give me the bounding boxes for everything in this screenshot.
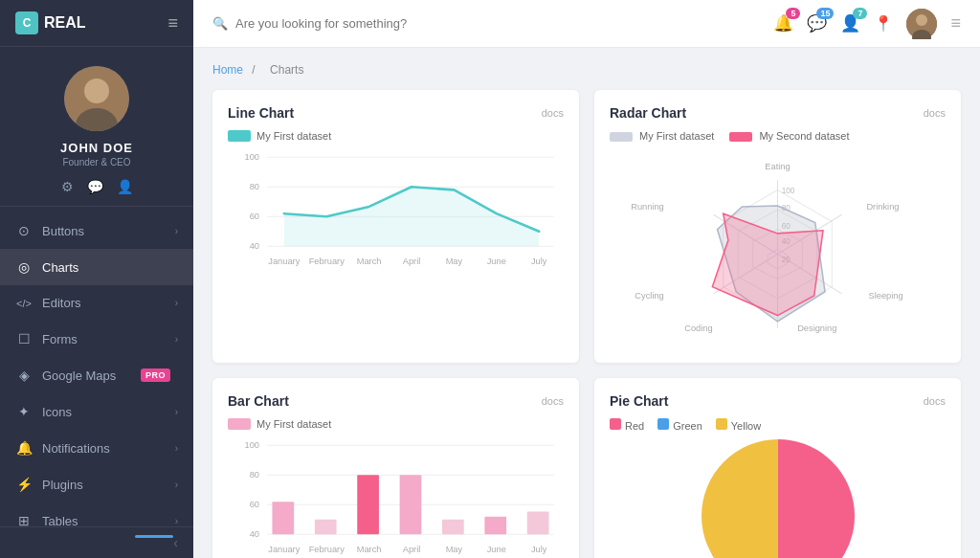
sidebar-item-plugins[interactable]: ⚡ Plugins › bbox=[0, 466, 193, 502]
pie-chart-legend: Red Green Yellow bbox=[610, 418, 946, 432]
sidebar-item-charts[interactable]: ◎ Charts bbox=[0, 249, 193, 285]
chevron-right-icon: › bbox=[175, 226, 178, 236]
search-input[interactable] bbox=[235, 16, 427, 31]
sidebar-label-charts: Charts bbox=[42, 260, 178, 275]
message-icon[interactable]: 💬 bbox=[87, 179, 103, 194]
bar-legend-label: My First dataset bbox=[256, 418, 331, 430]
chevron-right-icon: › bbox=[175, 516, 178, 526]
topbar-menu-icon[interactable]: ≡ bbox=[950, 13, 961, 33]
line-chart-card: Line Chart docs My First dataset 100 80 bbox=[212, 90, 579, 363]
chat-button[interactable]: 💬15 bbox=[807, 13, 827, 33]
svg-text:40: 40 bbox=[250, 241, 259, 251]
sidebar-item-icons[interactable]: ✦ Icons › bbox=[0, 393, 193, 430]
sidebar-item-editors[interactable]: </> Editors › bbox=[0, 285, 193, 321]
pie-chart-title: Pie Chart bbox=[610, 393, 668, 409]
bar-chart-header: Bar Chart docs bbox=[228, 393, 564, 409]
sidebar-logo[interactable]: C REAL bbox=[15, 11, 86, 34]
svg-text:Eating: Eating bbox=[765, 162, 790, 171]
plugins-icon: ⚡ bbox=[15, 477, 33, 492]
logo-icon: C bbox=[15, 11, 38, 34]
radar-legend-second: My Second dataset bbox=[729, 130, 849, 142]
bar-chart-docs[interactable]: docs bbox=[542, 395, 564, 407]
forms-icon: ☐ bbox=[15, 331, 33, 346]
bar-chart-legend: My First dataset bbox=[228, 418, 564, 430]
svg-text:January: January bbox=[268, 544, 300, 553]
svg-text:Sleeping: Sleeping bbox=[868, 291, 902, 301]
svg-text:February: February bbox=[309, 544, 345, 553]
chevron-right-icon: › bbox=[175, 443, 178, 454]
charts-grid: Line Chart docs My First dataset 100 80 bbox=[212, 90, 961, 558]
svg-text:Cycling: Cycling bbox=[635, 291, 663, 301]
profile-icons: ⚙ 💬 👤 bbox=[61, 179, 133, 194]
radar-chart-docs[interactable]: docs bbox=[924, 107, 946, 119]
svg-text:July: July bbox=[531, 257, 547, 266]
notification-bell-button[interactable]: 🔔5 bbox=[773, 13, 793, 33]
topbar-avatar[interactable] bbox=[906, 9, 937, 39]
sidebar-label-notifications: Notifications bbox=[42, 441, 175, 456]
radar-chart-svg: Eating Drinking Sleeping Designing Codin… bbox=[610, 145, 946, 343]
sidebar-label-icons: Icons bbox=[42, 405, 175, 419]
user-icon[interactable]: 👤 bbox=[117, 179, 133, 194]
pie-chart-docs[interactable]: docs bbox=[924, 395, 946, 407]
sidebar-item-buttons[interactable]: ⊙ Buttons › bbox=[0, 212, 193, 249]
svg-text:80: 80 bbox=[250, 470, 259, 480]
radar-legend-box-1 bbox=[610, 132, 633, 142]
sidebar: C REAL ≡ JOHN DOE Founder & CEO ⚙ 💬 👤 ⊙ … bbox=[0, 0, 193, 558]
svg-point-5 bbox=[916, 14, 927, 26]
profile-name: JOHN DOE bbox=[60, 141, 133, 155]
user-button[interactable]: 👤7 bbox=[840, 13, 860, 33]
svg-text:May: May bbox=[446, 544, 463, 553]
radar-chart-title: Radar Chart bbox=[610, 105, 686, 121]
sidebar-label-plugins: Plugins bbox=[42, 478, 175, 492]
settings-icon[interactable]: ⚙ bbox=[61, 179, 74, 194]
svg-text:Designing: Designing bbox=[797, 324, 836, 333]
chevron-right-icon: › bbox=[175, 407, 178, 417]
radar-chart-legend: My First dataset My Second dataset bbox=[610, 130, 946, 142]
svg-text:Coding: Coding bbox=[684, 324, 712, 333]
svg-text:April: April bbox=[403, 544, 421, 553]
line-chart-title: Line Chart bbox=[228, 105, 294, 121]
svg-text:January: January bbox=[268, 257, 300, 266]
bar-chart-svg: 100 80 60 40 January February March Apri… bbox=[228, 435, 564, 558]
breadcrumb-current: Charts bbox=[270, 63, 303, 77]
sidebar-header: C REAL ≡ bbox=[0, 0, 193, 47]
line-chart-docs[interactable]: docs bbox=[542, 107, 564, 119]
sidebar-label-google-maps: Google Maps bbox=[42, 368, 141, 383]
sidebar-label-tables: Tables bbox=[42, 514, 175, 527]
sidebar-collapse: ‹ bbox=[0, 526, 193, 558]
charts-icon: ◎ bbox=[15, 259, 33, 275]
svg-text:100: 100 bbox=[245, 440, 259, 450]
pie-chart-header: Pie Chart docs bbox=[610, 393, 946, 409]
bar-chart-title: Bar Chart bbox=[228, 393, 289, 409]
svg-text:June: June bbox=[487, 544, 506, 553]
hamburger-icon[interactable]: ≡ bbox=[167, 13, 178, 33]
sidebar-item-notifications[interactable]: 🔔 Notifications › bbox=[0, 430, 193, 466]
bar-mar bbox=[357, 475, 379, 534]
pie-legend-red: Red bbox=[610, 418, 644, 432]
svg-text:Running: Running bbox=[631, 202, 664, 212]
chevron-right-icon: › bbox=[175, 298, 178, 308]
svg-point-3 bbox=[87, 81, 106, 100]
pro-badge: PRO bbox=[141, 368, 170, 382]
sidebar-item-tables[interactable]: ⊞ Tables › bbox=[0, 502, 193, 526]
sidebar-nav: ⊙ Buttons › ◎ Charts </> Editors › ☐ For… bbox=[0, 207, 193, 526]
bar-apr bbox=[400, 475, 422, 534]
svg-text:February: February bbox=[309, 257, 345, 266]
topbar: 🔍 🔔5 💬15 👤7 📍 ≡ bbox=[193, 0, 980, 48]
svg-text:80: 80 bbox=[250, 182, 259, 191]
bar-jan bbox=[272, 502, 294, 534]
sidebar-item-forms[interactable]: ☐ Forms › bbox=[0, 321, 193, 357]
line-chart-header: Line Chart docs bbox=[228, 105, 564, 121]
pie-legend-green: Green bbox=[657, 418, 702, 432]
bar-chart-card: Bar Chart docs My First dataset 100 80 6… bbox=[212, 378, 579, 558]
svg-text:60: 60 bbox=[250, 212, 259, 221]
svg-text:40: 40 bbox=[250, 529, 259, 539]
breadcrumb-home[interactable]: Home bbox=[212, 63, 243, 77]
svg-text:March: March bbox=[357, 257, 382, 266]
pie-legend-yellow: Yellow bbox=[716, 418, 761, 432]
collapse-button[interactable]: ‹ bbox=[173, 535, 178, 550]
breadcrumb: Home / Charts bbox=[212, 63, 961, 77]
main-content: 🔍 🔔5 💬15 👤7 📍 ≡ Home / Charts bbox=[193, 0, 980, 558]
sidebar-item-google-maps[interactable]: ◈ Google Maps PRO bbox=[0, 357, 193, 393]
bar-jul bbox=[527, 511, 549, 534]
